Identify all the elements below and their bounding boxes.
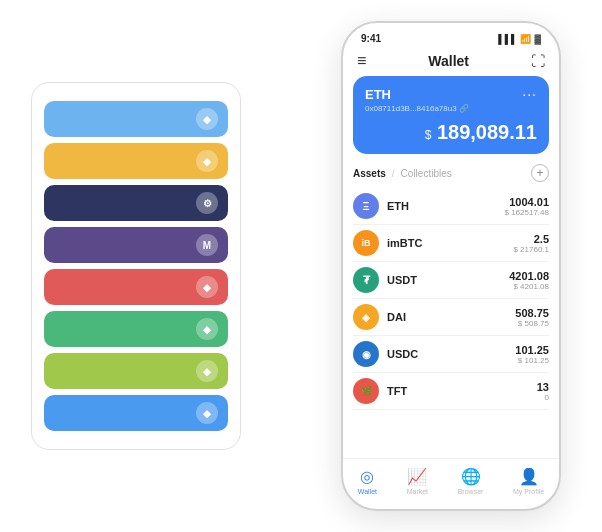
imbtc-name: imBTC [387, 237, 513, 249]
asset-row-tft[interactable]: 🌿 TFT 13 0 [353, 373, 549, 410]
phone-header: ≡ Wallet ⛶ [343, 48, 559, 76]
eth-amounts: 1004.01 $ 162517.48 [505, 196, 550, 217]
asset-row-imbtc[interactable]: iB imBTC 2.5 $ 21760.1 [353, 225, 549, 262]
eth-amount: 1004.01 [505, 196, 550, 208]
nav-profile[interactable]: 👤 My Profile [513, 467, 544, 495]
eth-usd: $ 162517.48 [505, 208, 550, 217]
usdc-amount: 101.25 [515, 344, 549, 356]
collectibles-tab[interactable]: Collectibles [401, 168, 452, 179]
nav-market[interactable]: 📈 Market [407, 467, 428, 495]
eth-card-title: ETH [365, 87, 391, 102]
eth-card-balance: $ 189,089.11 [365, 121, 537, 144]
card-item[interactable]: ⚙ [44, 185, 228, 221]
dai-icon: ◈ [353, 304, 379, 330]
dai-amounts: 508.75 $ 508.75 [515, 307, 549, 328]
card-item[interactable]: ◆ [44, 143, 228, 179]
card-icon: ◆ [196, 276, 218, 298]
eth-card-header: ETH ··· [365, 86, 537, 102]
tft-amounts: 13 0 [537, 381, 549, 402]
usdc-amounts: 101.25 $ 101.25 [515, 344, 549, 365]
expand-icon[interactable]: ⛶ [531, 53, 545, 69]
card-icon: ◆ [196, 402, 218, 424]
market-nav-icon: 📈 [407, 467, 427, 486]
eth-card-address: 0x08711d3B...8416a78u3 🔗 [365, 104, 537, 113]
asset-row-usdc[interactable]: ◉ USDC 101.25 $ 101.25 [353, 336, 549, 373]
usdt-amount: 4201.08 [509, 270, 549, 282]
status-icons: ▌▌▌ 📶 ▓ [498, 34, 541, 44]
usdt-icon: ₮ [353, 267, 379, 293]
usdt-name: USDT [387, 274, 509, 286]
dai-name: DAI [387, 311, 515, 323]
balance-prefix: $ [425, 128, 432, 142]
menu-icon[interactable]: ≡ [357, 52, 366, 70]
card-stack: ◆ ◆ ⚙ M ◆ ◆ ◆ ◆ [31, 82, 241, 450]
eth-name: ETH [387, 200, 505, 212]
add-asset-button[interactable]: + [531, 164, 549, 182]
balance-value: 189,089.11 [437, 121, 537, 143]
usdt-usd: $ 4201.08 [509, 282, 549, 291]
nav-wallet[interactable]: ◎ Wallet [358, 467, 377, 495]
card-icon: ◆ [196, 150, 218, 172]
usdc-usd: $ 101.25 [515, 356, 549, 365]
nav-browser[interactable]: 🌐 Browser [458, 467, 484, 495]
card-item[interactable]: M [44, 227, 228, 263]
card-icon: ◆ [196, 108, 218, 130]
tft-icon: 🌿 [353, 378, 379, 404]
profile-nav-icon: 👤 [519, 467, 539, 486]
eth-card-menu[interactable]: ··· [522, 86, 537, 102]
wallet-nav-icon: ◎ [360, 467, 374, 486]
dai-usd: $ 508.75 [515, 319, 549, 328]
assets-tabs: Assets / Collectibles [353, 168, 452, 179]
status-bar: 9:41 ▌▌▌ 📶 ▓ [343, 23, 559, 48]
card-item[interactable]: ◆ [44, 311, 228, 347]
usdt-amounts: 4201.08 $ 4201.08 [509, 270, 549, 291]
phone-content: ETH ··· 0x08711d3B...8416a78u3 🔗 $ 189,0… [343, 76, 559, 458]
phone: 9:41 ▌▌▌ 📶 ▓ ≡ Wallet ⛶ ETH ··· 0x08711d… [341, 21, 561, 511]
tft-name: TFT [387, 385, 537, 397]
imbtc-icon: iB [353, 230, 379, 256]
card-icon: ◆ [196, 360, 218, 382]
signal-icon: ▌▌▌ [498, 34, 517, 44]
eth-card[interactable]: ETH ··· 0x08711d3B...8416a78u3 🔗 $ 189,0… [353, 76, 549, 154]
browser-nav-icon: 🌐 [461, 467, 481, 486]
wallet-nav-label: Wallet [358, 488, 377, 495]
assets-tab-active[interactable]: Assets [353, 168, 386, 179]
market-nav-label: Market [407, 488, 428, 495]
usdc-icon: ◉ [353, 341, 379, 367]
status-time: 9:41 [361, 33, 381, 44]
scene: ◆ ◆ ⚙ M ◆ ◆ ◆ ◆ 9:41 ▌▌▌ 📶 [11, 11, 591, 521]
card-item[interactable]: ◆ [44, 395, 228, 431]
bottom-nav: ◎ Wallet 📈 Market 🌐 Browser 👤 My Profile [343, 458, 559, 509]
card-item[interactable]: ◆ [44, 101, 228, 137]
card-item[interactable]: ◆ [44, 269, 228, 305]
card-icon: ◆ [196, 318, 218, 340]
imbtc-amounts: 2.5 $ 21760.1 [513, 233, 549, 254]
tft-amount: 13 [537, 381, 549, 393]
page-title: Wallet [428, 53, 469, 69]
asset-row-dai[interactable]: ◈ DAI 508.75 $ 508.75 [353, 299, 549, 336]
card-item[interactable]: ◆ [44, 353, 228, 389]
asset-row-eth[interactable]: Ξ ETH 1004.01 $ 162517.48 [353, 188, 549, 225]
profile-nav-label: My Profile [513, 488, 544, 495]
dai-amount: 508.75 [515, 307, 549, 319]
asset-row-usdt[interactable]: ₮ USDT 4201.08 $ 4201.08 [353, 262, 549, 299]
card-icon: ⚙ [196, 192, 218, 214]
imbtc-amount: 2.5 [513, 233, 549, 245]
card-icon: M [196, 234, 218, 256]
tab-divider: / [392, 168, 395, 179]
assets-header: Assets / Collectibles + [353, 164, 549, 182]
wifi-icon: 📶 [520, 34, 531, 44]
usdc-name: USDC [387, 348, 515, 360]
browser-nav-label: Browser [458, 488, 484, 495]
battery-icon: ▓ [534, 34, 541, 44]
tft-usd: 0 [537, 393, 549, 402]
eth-icon: Ξ [353, 193, 379, 219]
imbtc-usd: $ 21760.1 [513, 245, 549, 254]
